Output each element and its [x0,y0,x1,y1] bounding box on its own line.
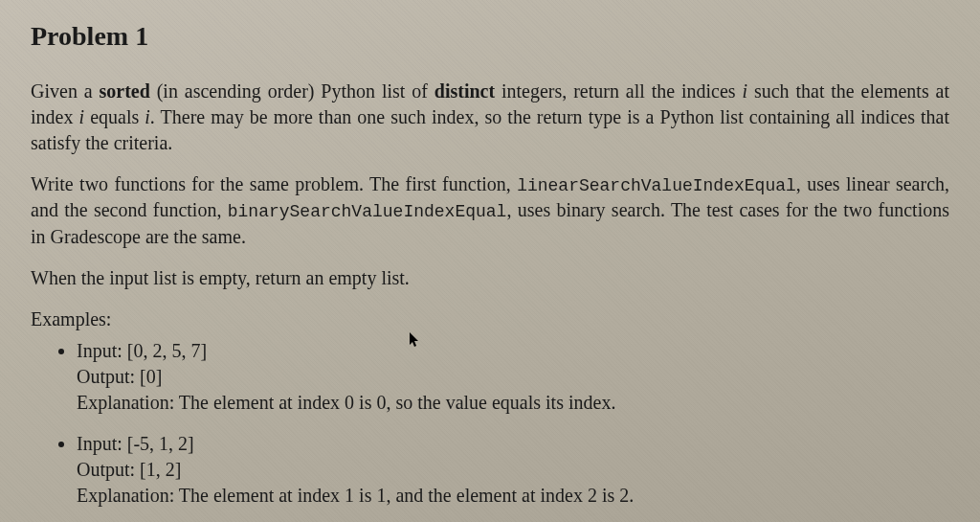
problem-title: Problem 1 [31,21,949,52]
example-item: Input: [0, 2, 5, 7] Output: [0] Explanat… [77,338,949,416]
bold-distinct: distinct [434,80,495,102]
example-input: Input: [-5, 1, 2] [77,431,949,457]
example-item: Input: [-5, 1, 2] Output: [1, 2] Explana… [77,431,949,509]
paragraph-1: Given a sorted (in ascending order) Pyth… [31,79,949,156]
example-input: Input: [0, 2, 5, 7] [77,338,949,364]
examples-list: Input: [0, 2, 5, 7] Output: [0] Explanat… [31,338,949,509]
text: . There may be more than one such index,… [31,106,949,153]
example-explanation: Explanation: The element at index 1 is 1… [77,483,949,509]
bold-sorted: sorted [100,80,150,102]
text: (in ascending order) Python list of [150,80,434,102]
text: Given a [31,80,100,102]
text: integers, return all the indices [495,80,742,102]
examples-label: Examples: [31,306,949,332]
code-fn-binary: binarySearchValueIndexEqual [228,202,507,221]
paragraph-3: When the input list is empty, return an … [31,265,949,291]
example-explanation: Explanation: The element at index 0 is 0… [77,390,949,416]
text: Write two functions for the same problem… [31,173,517,194]
code-fn-linear: linearSearchValueIndexEqual [517,176,796,195]
example-output: Output: [1, 2] [77,457,949,483]
text: equals [84,106,145,127]
example-output: Output: [0] [77,364,949,390]
problem-page: Problem 1 Given a sorted (in ascending o… [0,0,980,522]
paragraph-2: Write two functions for the same problem… [31,171,949,250]
